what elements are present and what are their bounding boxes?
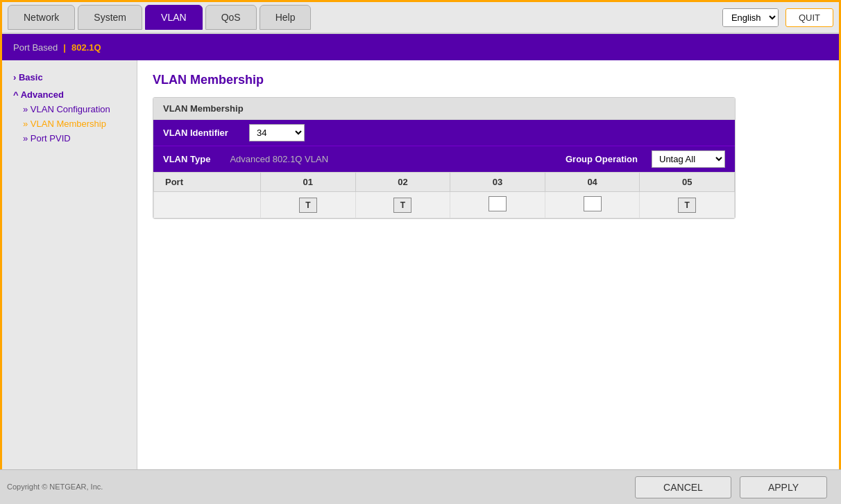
vlan-identifier-select-wrapper: 34 [249, 124, 305, 141]
port-03-checkbox[interactable] [489, 196, 507, 211]
port-04-header: 04 [545, 173, 640, 192]
apply-button[interactable]: APPLY [740, 476, 827, 498]
cancel-button[interactable]: CANCEL [635, 476, 731, 498]
vlan-type-value: Advanced 802.1Q VLAN [224, 152, 335, 166]
content-panel: VLAN Membership VLAN Membership VLAN Ide… [137, 60, 839, 471]
vlan-identifier-label: VLAN Identifier [163, 128, 228, 138]
page-title: VLAN Membership [153, 73, 824, 87]
vlan-membership-card: VLAN Membership VLAN Identifier 34 VLAN … [153, 97, 736, 219]
port-row-label [154, 192, 261, 218]
port-01-header: 01 [261, 173, 356, 192]
port-02-checkbox[interactable]: T [393, 198, 411, 213]
sidebar-basic-header[interactable]: › Basic [9, 70, 130, 85]
port-04-checkbox[interactable] [584, 196, 602, 211]
port-col-header: Port [154, 173, 261, 192]
sidebar-advanced-header[interactable]: ^ Advanced [9, 87, 130, 102]
vlan-type-row: VLAN Type Advanced 802.1Q VLAN Group Ope… [153, 146, 735, 172]
copyright-text: Copyright © NETGEAR, Inc. [7, 469, 103, 504]
vlan-type-label: VLAN Type [163, 154, 210, 164]
port-01-checkbox[interactable]: T [299, 198, 317, 213]
port-03-cell[interactable] [450, 192, 545, 218]
port-03-header: 03 [450, 173, 545, 192]
top-right-controls: English QUIT [722, 8, 833, 27]
port-04-cell[interactable] [545, 192, 640, 218]
sidebar-item-port-pvid[interactable]: Port PVID [9, 131, 130, 146]
nav-tab-system[interactable]: System [78, 5, 142, 30]
sidebar-section-basic: › Basic [9, 70, 130, 85]
top-nav-bar: Network System VLAN QoS Help English QUI… [2, 2, 839, 34]
language-select[interactable]: English [723, 9, 778, 26]
port-05-header: 05 [640, 173, 735, 192]
vlan-identifier-select[interactable]: 34 [249, 124, 305, 141]
port-table: Port 01 02 03 04 05 T [153, 172, 735, 218]
nav-tab-network[interactable]: Network [8, 5, 75, 30]
port-02-header: 02 [355, 173, 450, 192]
sidebar: › Basic ^ Advanced VLAN Configuration VL… [2, 60, 137, 471]
sidebar-item-vlan-membership[interactable]: VLAN Membership [9, 116, 130, 131]
footer: Copyright © NETGEAR, Inc. CANCEL APPLY [0, 469, 841, 504]
group-operation-select[interactable]: Untag All Tag All Not Member [652, 150, 725, 168]
vlan-identifier-row: VLAN Identifier 34 [153, 120, 735, 146]
port-05-checkbox[interactable]: T [678, 198, 696, 213]
vlan-card-header: VLAN Membership [153, 98, 735, 120]
sidebar-item-vlan-configuration[interactable]: VLAN Configuration [9, 102, 130, 116]
nav-tab-help[interactable]: Help [260, 5, 312, 30]
main-content: › Basic ^ Advanced VLAN Configuration VL… [2, 60, 839, 471]
language-selector[interactable]: English [722, 8, 779, 27]
port-01-cell[interactable]: T [261, 192, 356, 218]
sub-bar-8021q[interactable]: 802.1Q [71, 42, 101, 53]
sidebar-section-advanced: ^ Advanced VLAN Configuration VLAN Membe… [9, 87, 130, 146]
port-05-cell[interactable]: T [640, 192, 735, 218]
port-02-cell[interactable]: T [355, 192, 450, 218]
sub-bar: Port Based | 802.1Q [2, 34, 839, 60]
nav-tab-qos[interactable]: QoS [205, 5, 257, 30]
nav-tab-vlan[interactable]: VLAN [145, 5, 203, 30]
sub-bar-divider: | [63, 42, 66, 53]
sub-bar-port-based[interactable]: Port Based [13, 42, 58, 53]
group-operation-label: Group Operation [566, 154, 638, 164]
port-state-row: T T T [154, 192, 735, 218]
quit-button[interactable]: QUIT [785, 8, 833, 27]
